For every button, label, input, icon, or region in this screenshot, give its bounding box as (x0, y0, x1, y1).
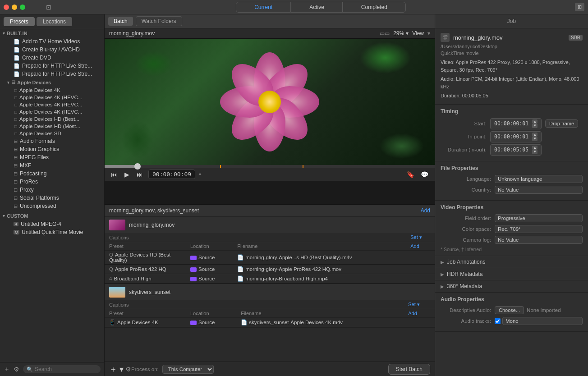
add-preset-button[interactable]: ＋ (4, 365, 10, 373)
batch-button[interactable]: Batch (108, 17, 133, 26)
minimize-button[interactable] (12, 5, 17, 10)
settings-preset-button[interactable]: ⚙ (14, 366, 19, 373)
sidebar-item-apple-4k-hevc3[interactable]: □Apple Devices 4K (HEVC... (5, 108, 104, 115)
sidebar-item-apple-hd-best[interactable]: □Apple Devices HD (Best... (5, 115, 104, 123)
maximize-button[interactable] (20, 5, 25, 10)
sidebar-item-mpeg-files[interactable]: ⊟ MPEG Files (1, 153, 103, 161)
inpoint-up-button[interactable]: ▲ (532, 133, 537, 137)
sidebar-item-apple-hd-most[interactable]: □Apple Devices HD (Most... (5, 123, 104, 130)
item-label: Apple Devices HD (Most... (19, 124, 80, 129)
add-queue-button[interactable]: ＋ ▾ (109, 364, 124, 375)
sidebar-item-motion-graphics[interactable]: ⊟ Motion Graphics (1, 145, 103, 153)
sidebar-item-http2[interactable]: 📄 Prepare for HTTP Live Stre... (1, 70, 103, 78)
queue-item-skydivers-header[interactable]: skydivers_sunset (105, 284, 435, 300)
start-up-button[interactable]: ▲ (532, 119, 537, 124)
sidebar-item-podcasting[interactable]: ⊟ Podcasting (1, 170, 103, 178)
video-preview (105, 39, 435, 165)
sidebar-item-bluray[interactable]: 📄 Create Blu-ray / AVCHD (1, 46, 103, 54)
duration-stepper[interactable]: ▲ ▼ (532, 146, 537, 154)
add-preset-button[interactable]: Add (408, 311, 417, 316)
country-row: Country: No Value (441, 186, 583, 194)
start-batch-button[interactable]: Start Batch (388, 364, 430, 375)
process-select[interactable]: This Computer (162, 365, 214, 374)
audio-properties-title: Audio Properties (441, 296, 583, 303)
tab-completed[interactable]: Completed (343, 2, 406, 13)
play-button[interactable]: ▶ (123, 170, 131, 179)
bookmark-button[interactable]: 🔖 (405, 170, 416, 179)
start-stepper[interactable]: ▲ ▼ (532, 119, 537, 128)
sidebar-item-mpeg4[interactable]: 4 Untitled MPEG-4 (1, 220, 103, 228)
sidebar-item-apple-sd[interactable]: □Apple Devices SD (5, 130, 104, 137)
descriptive-audio-row: Descriptive Audio: Choose... None import… (441, 306, 583, 314)
sidebar-item-apple-4k[interactable]: □Apple Devices 4K (5, 87, 104, 94)
tab-active[interactable]: Active (291, 2, 343, 13)
sidebar-item-proxy[interactable]: ⊟ Proxy (1, 186, 103, 194)
duration-down-button[interactable]: ▼ (532, 150, 537, 154)
queue-add-button[interactable]: Add (421, 207, 430, 214)
playback-thumb[interactable] (134, 163, 141, 170)
drop-frame-button[interactable]: Drop frame (545, 119, 578, 128)
section-apple-devices[interactable]: ▾ ⊟ Apple Devices (0, 78, 104, 87)
audio-tracks-checkbox[interactable] (495, 318, 501, 324)
watch-folders-button[interactable]: Watch Folders (136, 16, 182, 26)
country-select[interactable]: No Value (495, 186, 583, 194)
inpoint-down-button[interactable]: ▼ (532, 137, 537, 141)
sidebar-tab-locations[interactable]: Locations (37, 17, 72, 26)
job-path: /Users/dannyrico/Desktop (441, 44, 583, 49)
settings-icon[interactable]: ⊞ (575, 3, 584, 11)
device-icon: □ (14, 131, 17, 136)
inpoint-value: 00:00:00:01 ▲ ▼ (490, 131, 542, 142)
duration-value: 00:00:05:05 ▲ ▼ (490, 144, 542, 156)
sidebar-tab-presets[interactable]: Presets (4, 17, 35, 26)
queue-settings-button[interactable]: ⚙ (125, 366, 131, 373)
sidebar-item-dvd[interactable]: 📄 Create DVD (1, 54, 103, 62)
go-to-start-button[interactable]: ⏮ (109, 170, 119, 179)
preset-location: Source (186, 318, 236, 327)
inpoint-stepper[interactable]: ▲ ▼ (532, 133, 537, 141)
start-down-button[interactable]: ▼ (532, 124, 537, 128)
set-button[interactable]: Set ▾ (408, 302, 420, 307)
sidebar-toggle-icon[interactable]: ⊡ (46, 4, 51, 11)
section-custom[interactable]: ▾ CUSTOM (0, 212, 104, 220)
set-button[interactable]: Set ▾ (410, 234, 422, 240)
sidebar-item-apple-4k-hevc2[interactable]: □Apple Devices 4K (HEVC... (5, 101, 104, 108)
sidebar-item-social-platforms[interactable]: ⊟ Social Platforms (1, 194, 103, 202)
job-annotations-header[interactable]: ▶ Job Annotations (435, 256, 588, 268)
queue-item-morning-glory-header[interactable]: morning_glory.mov (105, 217, 435, 233)
camera-log-value: No Value (495, 236, 583, 244)
timecode-display: 00:00:00:09 (148, 170, 195, 179)
sidebar-item-audio-formats[interactable]: ⊟ Audio Formats (1, 137, 103, 145)
language-select[interactable]: Unknown language (495, 175, 583, 183)
add-preset-button[interactable]: Add (410, 243, 419, 249)
preset-icon: 4 (109, 276, 112, 281)
sidebar-item-http1[interactable]: 📄 Prepare for HTTP Live Stre... (1, 62, 103, 70)
color-space-select[interactable]: Rec. 709* (495, 225, 583, 233)
job-audio-info: Audio: Linear PCM, 24-bit Integer (Littl… (441, 75, 583, 90)
sidebar-item-quicktime[interactable]: Q Untitled QuickTime Movie (1, 228, 103, 236)
sidebar-item-tv-home[interactable]: 📄 Add to TV Home Videos (1, 37, 103, 46)
hdr-metadata-header[interactable]: ▶ HDR Metadata (435, 268, 588, 280)
view-button[interactable]: View (412, 30, 424, 37)
close-button[interactable] (4, 5, 9, 10)
duration-up-button[interactable]: ▲ (532, 146, 537, 150)
sidebar-item-uncompressed[interactable]: ⊟ Uncompressed (1, 202, 103, 210)
start-value: 00:00:00:01 ▲ ▼ (490, 118, 542, 129)
audio-tracks-select[interactable]: Mono (502, 317, 583, 325)
duration-row: Duration (in-out): 00:00:05:05 ▲ ▼ (441, 144, 583, 156)
tab-current[interactable]: Current (236, 2, 291, 13)
sidebar-item-prores[interactable]: ⊟ ProRes (1, 178, 103, 186)
360-metadata-header[interactable]: ▶ 360° Metadata (435, 280, 588, 292)
process-label: Process on: (131, 367, 159, 372)
choose-button[interactable]: Choose... (495, 306, 524, 314)
section-built-in[interactable]: ▾ BUILT-IN (0, 29, 104, 37)
search-input[interactable] (35, 366, 97, 372)
sidebar-item-apple-4k-hevc1[interactable]: □Apple Devices 4K (HEVC... (5, 94, 104, 101)
job-file-row: 🎬 morning_glory.mov SDR (441, 33, 583, 42)
playback-bar[interactable] (105, 165, 435, 168)
audio-tracks-label: Audio tracks: (441, 318, 495, 324)
speech-bubble-button[interactable]: 💬 (419, 170, 430, 179)
go-to-end-button[interactable]: ⏭ (135, 170, 145, 179)
camera-log-select[interactable]: No Value (495, 236, 583, 244)
sidebar-item-mxf[interactable]: ⊟ MXF (1, 161, 103, 170)
field-order-select[interactable]: Progressive (495, 214, 583, 222)
